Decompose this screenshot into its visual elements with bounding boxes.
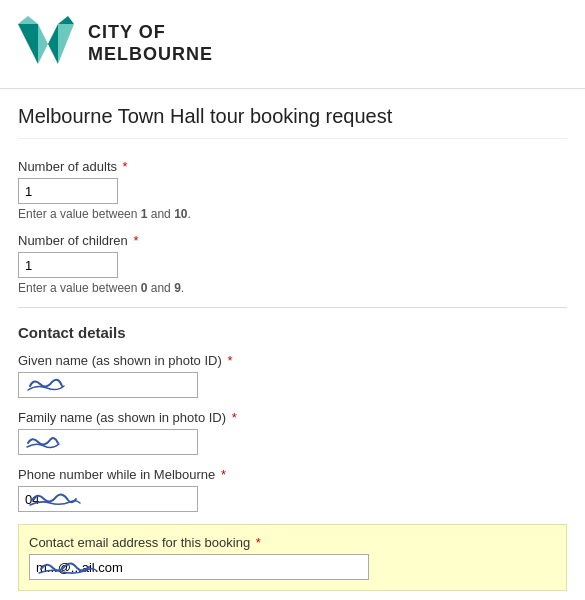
- section-divider: [18, 307, 567, 308]
- adults-field-group: Number of adults * Enter a value between…: [18, 159, 567, 221]
- children-label: Number of children *: [18, 233, 567, 248]
- phone-input-wrapper: [18, 486, 198, 512]
- email-input[interactable]: [29, 554, 369, 580]
- header: CITY OF MELBOURNE: [0, 0, 585, 89]
- logo-text: CITY OF MELBOURNE: [88, 22, 213, 65]
- page-title: Melbourne Town Hall tour booking request: [18, 105, 567, 139]
- phone-input[interactable]: [18, 486, 198, 512]
- main-content: Melbourne Town Hall tour booking request…: [0, 89, 585, 600]
- family-name-required-marker: *: [228, 410, 237, 425]
- logo-melbourne-text: MELBOURNE: [88, 44, 213, 66]
- adults-label: Number of adults *: [18, 159, 567, 174]
- family-name-input-wrapper: [18, 429, 198, 455]
- children-input[interactable]: [18, 252, 118, 278]
- family-name-label: Family name (as shown in photo ID) *: [18, 410, 567, 425]
- email-required-marker: *: [252, 535, 261, 550]
- adults-hint: Enter a value between 1 and 10.: [18, 207, 567, 221]
- svg-marker-2: [48, 24, 58, 64]
- given-name-required-marker: *: [224, 353, 233, 368]
- logo-city-text: CITY OF: [88, 22, 213, 44]
- email-label: Contact email address for this booking *: [29, 535, 556, 550]
- email-input-wrapper: [29, 554, 369, 580]
- city-of-melbourne-logo: [16, 14, 76, 74]
- svg-marker-3: [58, 24, 74, 64]
- given-name-field-group: Given name (as shown in photo ID) *: [18, 353, 567, 398]
- phone-label: Phone number while in Melbourne *: [18, 467, 567, 482]
- family-name-field-group: Family name (as shown in photo ID) *: [18, 410, 567, 455]
- given-name-label: Given name (as shown in photo ID) *: [18, 353, 567, 368]
- phone-field-group: Phone number while in Melbourne *: [18, 467, 567, 512]
- svg-marker-1: [38, 24, 48, 64]
- svg-marker-5: [58, 16, 74, 24]
- adults-input[interactable]: [18, 178, 118, 204]
- children-required-marker: *: [130, 233, 139, 248]
- family-name-input[interactable]: [18, 429, 198, 455]
- phone-required-marker: *: [217, 467, 226, 482]
- children-hint: Enter a value between 0 and 9.: [18, 281, 567, 295]
- given-name-input[interactable]: [18, 372, 198, 398]
- svg-marker-0: [18, 24, 38, 64]
- adults-required-marker: *: [119, 159, 128, 174]
- email-field-group: Contact email address for this booking *: [18, 524, 567, 591]
- contact-details-heading: Contact details: [18, 324, 567, 341]
- children-field-group: Number of children * Enter a value betwe…: [18, 233, 567, 295]
- given-name-input-wrapper: [18, 372, 198, 398]
- svg-marker-4: [18, 16, 38, 24]
